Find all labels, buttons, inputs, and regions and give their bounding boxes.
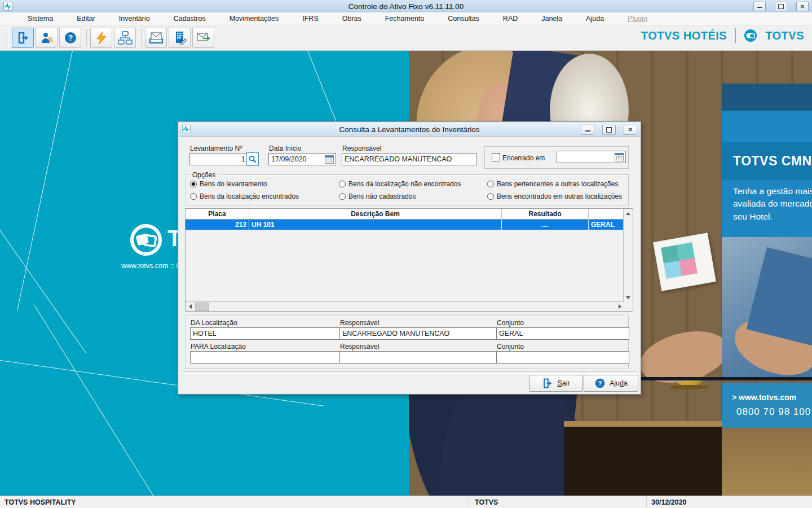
vertical-scrollbar[interactable] xyxy=(623,209,633,302)
photo-card xyxy=(653,233,716,291)
watermark-url: www.totvs.com :: 0 xyxy=(121,262,180,270)
menu-rad[interactable]: RAD xyxy=(491,15,529,23)
para-localizacao-label: PARA Localização xyxy=(191,343,246,351)
mail-send-icon xyxy=(196,30,211,45)
statusbar-divider xyxy=(646,497,647,507)
radio-icon xyxy=(487,193,494,200)
hscroll-thumb[interactable] xyxy=(195,303,209,311)
photo-hand xyxy=(634,323,734,391)
quick-action-button[interactable] xyxy=(90,28,112,48)
table-row-cell-descricao[interactable]: UH 101 xyxy=(249,220,502,230)
horizontal-scrollbar[interactable] xyxy=(186,301,624,311)
table-row-cell-placa[interactable]: 213 xyxy=(186,220,249,230)
responsavel2-label: Responsável xyxy=(340,343,379,351)
radio-label: Bens não cadastrados xyxy=(348,192,416,200)
menu-movimentacoes[interactable]: Movimentações xyxy=(218,15,291,23)
mail-inbox-button[interactable] xyxy=(145,28,167,48)
dialog-titlebar[interactable]: Consulta a Levantamentos de Inventários … xyxy=(179,122,640,137)
radio-bens-encontrados-outras[interactable]: Bens encontrados em outras localizações xyxy=(487,192,622,200)
levantamento-input[interactable]: 1 xyxy=(189,153,248,165)
window-restore-button[interactable] xyxy=(775,2,787,11)
para-localizacao-input[interactable] xyxy=(190,351,343,364)
responsavel-label: Responsável xyxy=(342,144,381,152)
encerrado-label: Encerrado em xyxy=(502,154,545,162)
opcoes-legend: Opções xyxy=(190,171,218,179)
da-localizacao-input[interactable]: HOTEL xyxy=(190,327,343,340)
exit-button[interactable] xyxy=(12,28,34,48)
menu-sistema[interactable]: Sistema xyxy=(16,15,65,23)
totvs-watermark-icon xyxy=(130,224,162,256)
levantamento-search-button[interactable] xyxy=(246,152,259,166)
restore-icon xyxy=(778,4,784,9)
sair-label: Sair xyxy=(557,379,570,387)
radio-bens-localizacao-nao-encontrados[interactable]: Bens da localização não encontrados xyxy=(339,180,461,188)
dialog-consulta-levantamentos: Consulta a Levantamentos de Inventários … xyxy=(178,121,641,395)
dialog-close-button[interactable]: ✕ xyxy=(624,125,637,135)
radio-bens-levantamento[interactable]: Bens do levantamento xyxy=(190,180,267,188)
menu-ifrs[interactable]: IFRS xyxy=(290,15,330,23)
radio-icon xyxy=(487,181,494,187)
promo-link[interactable]: > www.totvs.com xyxy=(732,393,796,402)
menu-janela[interactable]: Janela xyxy=(529,15,574,23)
radio-bens-localizacao-encontrados[interactable]: Bens da localização encontrados xyxy=(190,192,299,200)
responsavel1-input[interactable]: ENCARREGADO MANUTENCAO xyxy=(339,327,500,340)
dialog-title: Consulta a Levantamentos de Inventários xyxy=(179,125,640,134)
data-inicio-value: 17/09/2020 xyxy=(271,155,307,163)
statusbar-date: 30/12/2020 xyxy=(651,498,687,506)
da-localizacao-label: DA Localização xyxy=(191,319,237,327)
radio-bens-nao-cadastrados[interactable]: Bens não cadastrados xyxy=(339,192,416,200)
menu-fechamento[interactable]: Fechamento xyxy=(373,15,436,23)
svg-text:?: ? xyxy=(598,379,602,387)
hierarchy-button[interactable] xyxy=(114,28,136,48)
responsavel-input[interactable]: ENCARREGADO MANUTENCAO xyxy=(342,153,477,165)
menu-cadastros[interactable]: Cadastros xyxy=(162,15,218,23)
menu-ajuda[interactable]: Ajuda xyxy=(574,15,616,23)
mail-inbox-icon xyxy=(149,30,164,45)
promo-panel: TOTVS CMNET Tenha a gestão mais avaliada… xyxy=(722,84,812,496)
table-row-cell-conjunto[interactable]: GERAL xyxy=(589,220,624,230)
window-minimize-button[interactable] xyxy=(753,2,766,11)
statusbar: TOTVS HOSPITALITY TOTVS 30/12/2020 xyxy=(0,496,812,508)
responsavel2-input[interactable] xyxy=(339,351,500,364)
encerrado-checkbox[interactable] xyxy=(492,153,500,161)
menu-consultas[interactable]: Consultas xyxy=(436,15,491,23)
conjunto1-input[interactable]: GERAL xyxy=(496,327,629,340)
menu-editar[interactable]: Editar xyxy=(65,15,107,23)
scroll-right-button[interactable] xyxy=(615,302,624,311)
dialog-maximize-button[interactable] xyxy=(602,125,616,135)
toolbar-separator xyxy=(86,29,87,46)
menu-obras[interactable]: Obras xyxy=(330,15,373,23)
lightning-icon xyxy=(95,31,108,45)
statusbar-center: TOTVS xyxy=(475,498,498,506)
calendar-icon[interactable] xyxy=(615,153,624,161)
radio-bens-pertencentes-outras[interactable]: Bens pertencentes a outras localizações xyxy=(487,180,618,188)
ajuda-button[interactable]: ? Ajuda xyxy=(584,375,638,392)
scroll-up-button[interactable] xyxy=(624,209,633,218)
user-permissions-button[interactable] xyxy=(36,28,58,48)
calendar-icon[interactable] xyxy=(325,155,334,164)
column-header-placa[interactable]: Placa xyxy=(186,209,249,220)
conjunto2-input[interactable] xyxy=(496,351,629,364)
column-header-descricao[interactable]: Descrição Bem xyxy=(249,209,502,220)
mail-send-button[interactable] xyxy=(192,28,214,48)
scroll-down-button[interactable] xyxy=(624,293,633,302)
building-edit-icon xyxy=(173,30,187,45)
company-edit-button[interactable] xyxy=(169,28,191,48)
help-button[interactable]: ? xyxy=(59,28,81,48)
close-icon: ✕ xyxy=(800,4,805,10)
photo-bell-base xyxy=(669,385,709,389)
dialog-minimize-button[interactable] xyxy=(581,125,594,135)
encerrado-date-input[interactable] xyxy=(557,151,626,163)
data-inicio-input[interactable]: 17/09/2020 xyxy=(268,153,336,165)
window-close-button[interactable]: ✕ xyxy=(796,2,809,11)
scroll-left-button[interactable] xyxy=(186,302,195,311)
radio-label: Bens do levantamento xyxy=(200,180,267,188)
data-inicio-label: Data Início xyxy=(269,144,301,152)
window-title: Controle do Ativo Fixo v6.11.11.00 xyxy=(0,2,812,11)
column-header-resultado[interactable]: Resultado xyxy=(502,209,589,220)
column-header-extra[interactable] xyxy=(589,209,624,220)
menu-inventario[interactable]: Inventário xyxy=(107,15,162,23)
photo-sleeve xyxy=(747,247,812,346)
table-row-cell-resultado[interactable]: .... xyxy=(502,220,589,230)
sair-button[interactable]: Sair xyxy=(529,375,583,392)
